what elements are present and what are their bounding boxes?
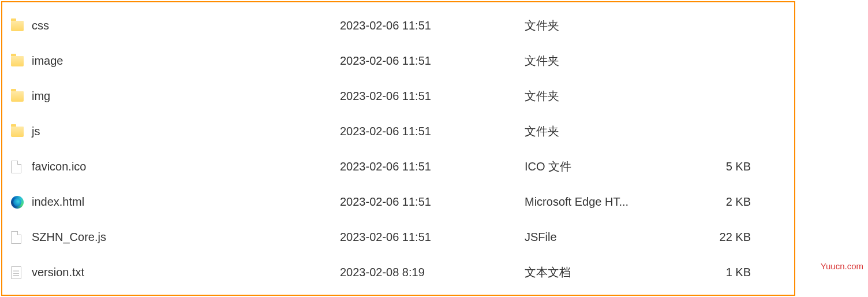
file-date: 2023-02-06 11:51 (340, 90, 525, 103)
folder-icon (11, 127, 24, 137)
file-row[interactable]: index.html 2023-02-06 11:51 Microsoft Ed… (2, 184, 794, 220)
file-icon-cell (11, 231, 28, 244)
folder-icon (11, 91, 24, 102)
text-file-icon (11, 266, 21, 279)
file-size: 5 KB (686, 160, 761, 173)
file-name: version.txt (28, 266, 340, 279)
file-size: 2 KB (686, 195, 761, 209)
file-row[interactable]: css 2023-02-06 11:51 文件夹 (2, 8, 794, 43)
file-date: 2023-02-06 11:51 (340, 125, 525, 138)
file-icon-cell (11, 266, 28, 279)
file-row[interactable]: SZHN_Core.js 2023-02-06 11:51 JSFile 22 … (2, 220, 794, 255)
file-row[interactable]: img 2023-02-06 11:51 文件夹 (2, 79, 794, 114)
file-row[interactable]: image 2023-02-06 11:51 文件夹 (2, 43, 794, 79)
file-type: 文件夹 (525, 53, 686, 69)
file-icon-cell (11, 127, 28, 137)
file-icon-cell (11, 196, 28, 209)
file-name: img (28, 90, 340, 103)
file-icon-cell (11, 161, 28, 173)
file-type: 文件夹 (525, 18, 686, 34)
file-row[interactable]: js 2023-02-06 11:51 文件夹 (2, 114, 794, 149)
file-name: image (28, 54, 340, 68)
file-type: 文件夹 (525, 124, 686, 139)
edge-browser-icon (11, 196, 24, 209)
file-date: 2023-02-06 11:51 (340, 231, 525, 244)
file-type: 文件夹 (525, 88, 686, 104)
file-size: 22 KB (686, 231, 761, 244)
file-row[interactable]: version.txt 2023-02-08 8:19 文本文档 1 KB (2, 255, 794, 290)
file-date: 2023-02-06 11:51 (340, 195, 525, 209)
file-date: 2023-02-06 11:51 (340, 160, 525, 173)
file-type: JSFile (525, 231, 686, 244)
file-row[interactable]: favicon.ico 2023-02-06 11:51 ICO 文件 5 KB (2, 149, 794, 184)
file-type: 文本文档 (525, 265, 686, 280)
file-date: 2023-02-06 11:51 (340, 54, 525, 68)
file-name: SZHN_Core.js (28, 231, 340, 244)
file-name: css (28, 19, 340, 32)
file-icon-cell (11, 56, 28, 66)
file-generic-icon (11, 161, 21, 173)
file-name: js (28, 125, 340, 138)
file-name: favicon.ico (28, 160, 340, 173)
file-date: 2023-02-06 11:51 (340, 19, 525, 32)
file-list: css 2023-02-06 11:51 文件夹 image 2023-02-0… (1, 1, 795, 296)
file-icon-cell (11, 91, 28, 102)
file-type: Microsoft Edge HT... (525, 195, 686, 209)
folder-icon (11, 21, 24, 31)
file-size: 1 KB (686, 266, 761, 279)
file-generic-icon (11, 231, 21, 244)
watermark: Yuucn.com (821, 261, 863, 271)
file-name: index.html (28, 195, 340, 209)
file-icon-cell (11, 21, 28, 31)
file-date: 2023-02-08 8:19 (340, 266, 525, 279)
folder-icon (11, 56, 24, 66)
file-type: ICO 文件 (525, 159, 686, 175)
